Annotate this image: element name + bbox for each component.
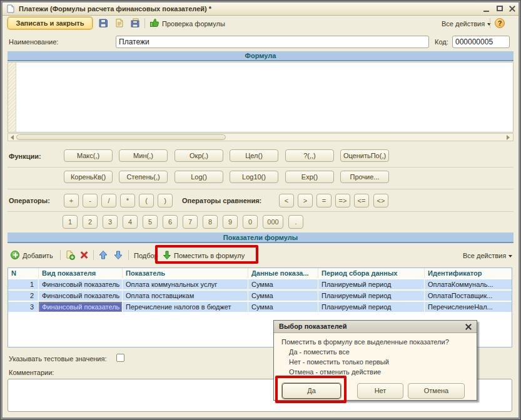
function-button-if[interactable]: ?(,,) — [285, 149, 334, 162]
decimal-point-button[interactable]: . — [288, 215, 303, 229]
cell-data[interactable]: Сумма — [248, 291, 318, 301]
function-button-otsenitpo[interactable]: ОценитьПо(,) — [340, 149, 389, 162]
scrollbar-thumb[interactable] — [16, 134, 226, 140]
operator-divide-button[interactable]: / — [101, 194, 116, 208]
all-actions-menu[interactable]: Все действия — [442, 20, 491, 28]
cell-identifier[interactable]: ПеречислениеНал... — [425, 302, 512, 312]
table-row-selected[interactable]: 3 Финансовый показатель Перечисление нал… — [8, 302, 512, 313]
scroll-right-icon[interactable] — [505, 134, 512, 141]
help-button[interactable]: ? — [495, 18, 505, 28]
no-button[interactable]: Нет — [357, 383, 403, 399]
code-input[interactable] — [452, 36, 510, 48]
close-button[interactable] — [508, 5, 517, 12]
copy-add-icon[interactable] — [65, 250, 75, 260]
document-page-icon[interactable] — [114, 18, 124, 28]
cell-period[interactable]: Планируемый период — [318, 291, 425, 301]
cell-kind-selected[interactable]: Финансовый показатель — [39, 302, 123, 312]
column-header-indicator[interactable]: Показатель — [123, 268, 248, 279]
function-button-okr[interactable]: Окр(,) — [175, 149, 223, 162]
comparison-lt-button[interactable]: < — [279, 194, 294, 208]
formula-section-header: Формула — [8, 51, 513, 61]
comparison-neq-button[interactable]: <> — [373, 194, 388, 208]
cell-n[interactable]: 1 — [8, 279, 39, 290]
place-in-formula-icon[interactable] — [162, 250, 172, 260]
add-icon[interactable] — [11, 251, 19, 259]
window-title: Платежи (Формулы расчета финансовых пока… — [19, 5, 211, 12]
digit-7-button[interactable]: 7 — [183, 215, 198, 229]
function-button-tsel[interactable]: Цел() — [230, 149, 278, 162]
name-input[interactable] — [116, 36, 429, 48]
column-header-identifier[interactable]: Идентификатор — [425, 268, 512, 279]
cancel-button[interactable]: Отмена — [408, 383, 465, 399]
operators-label: Операторы: — [9, 197, 50, 204]
comparison-operators-label: Операторы сравнения: — [182, 197, 261, 204]
indicators-all-actions-menu[interactable]: Все действия — [463, 252, 512, 259]
function-button-maks[interactable]: Макс(,) — [64, 149, 113, 162]
cell-period[interactable]: Планируемый период — [318, 302, 425, 312]
function-button-log[interactable]: Log() — [175, 171, 223, 183]
horizontal-scrollbar[interactable] — [8, 133, 513, 141]
move-down-icon[interactable] — [113, 250, 123, 260]
function-button-log10[interactable]: Log10() — [230, 171, 278, 183]
dialog-close-button[interactable] — [465, 323, 472, 331]
comparison-eq-button[interactable]: = — [316, 194, 331, 208]
column-header-period[interactable]: Период сбора данных — [318, 268, 425, 279]
cell-period[interactable]: Планируемый период — [318, 279, 425, 290]
function-button-korenkv[interactable]: КореньКв() — [64, 171, 113, 183]
formula-editor[interactable] — [8, 62, 513, 132]
delete-icon[interactable] — [79, 251, 88, 259]
operator-multiply-button[interactable]: * — [120, 194, 135, 208]
test-values-checkbox[interactable] — [116, 354, 124, 362]
comparison-lte-button[interactable]: <= — [354, 194, 369, 208]
pick-button[interactable]: Подбор — [134, 252, 158, 259]
maximize-button[interactable] — [495, 5, 504, 12]
digit-1-button[interactable]: 1 — [63, 215, 78, 229]
cell-n[interactable]: 3 — [8, 302, 39, 312]
cell-identifier[interactable]: ОплатаПоставщик... — [425, 291, 512, 301]
digit-000-button[interactable]: 000 — [263, 215, 283, 229]
table-row[interactable]: 2 Финансовый показатель Оплата поставщик… — [8, 291, 512, 302]
column-header-n[interactable]: N — [8, 268, 39, 279]
digit-5-button[interactable]: 5 — [143, 215, 158, 229]
cell-n[interactable]: 2 — [8, 291, 39, 301]
digit-6-button[interactable]: 6 — [163, 215, 178, 229]
save-icon[interactable] — [98, 18, 108, 28]
save-copy-icon[interactable] — [130, 18, 140, 28]
cell-indicator[interactable]: Перечисление налогов в бюджет — [123, 302, 248, 312]
yes-button[interactable]: Да — [282, 383, 341, 399]
comparison-gte-button[interactable]: => — [335, 194, 350, 208]
check-formula-button[interactable]: Проверка формулы — [162, 20, 225, 28]
digit-2-button[interactable]: 2 — [83, 215, 98, 229]
place-in-formula-button[interactable]: Поместить в формулу — [174, 252, 245, 259]
digit-3-button[interactable]: 3 — [103, 215, 118, 229]
cell-identifier[interactable]: ОплатаКоммуналь... — [425, 279, 512, 290]
save-and-close-button[interactable]: Записать и закрыть — [8, 17, 93, 29]
operator-close-paren-button[interactable]: ) — [158, 194, 173, 208]
minimize-button[interactable] — [482, 5, 491, 12]
operator-plus-button[interactable]: + — [64, 194, 79, 208]
cell-data[interactable]: Сумма — [248, 279, 318, 290]
scroll-left-icon[interactable] — [9, 134, 16, 141]
function-button-exp[interactable]: Exp() — [285, 171, 334, 183]
column-header-data[interactable]: Данные показа... — [248, 268, 318, 279]
cell-indicator[interactable]: Оплата коммунальных услуг — [123, 279, 248, 290]
move-up-icon[interactable] — [98, 250, 108, 260]
function-button-other[interactable]: Прочие... — [340, 171, 389, 183]
divider — [8, 189, 513, 189]
column-header-kind[interactable]: Вид показателя — [39, 268, 123, 279]
operator-minus-button[interactable]: - — [83, 194, 98, 208]
cell-kind[interactable]: Финансовый показатель — [39, 291, 123, 301]
digit-8-button[interactable]: 8 — [203, 215, 218, 229]
function-button-stepen[interactable]: Степень(,) — [119, 171, 168, 183]
operator-open-paren-button[interactable]: ( — [139, 194, 154, 208]
digit-9-button[interactable]: 9 — [223, 215, 238, 229]
digit-4-button[interactable]: 4 — [123, 215, 138, 229]
comparison-gt-button[interactable]: > — [298, 194, 313, 208]
table-row[interactable]: 1 Финансовый показатель Оплата коммуналь… — [8, 279, 512, 291]
cell-indicator[interactable]: Оплата поставщикам — [123, 291, 248, 301]
add-button[interactable]: Добавить — [23, 252, 53, 259]
cell-kind[interactable]: Финансовый показатель — [39, 279, 123, 290]
cell-data[interactable]: Сумма — [248, 302, 318, 312]
function-button-min[interactable]: Мин(,) — [119, 149, 168, 162]
digit-0-button[interactable]: 0 — [243, 215, 258, 229]
